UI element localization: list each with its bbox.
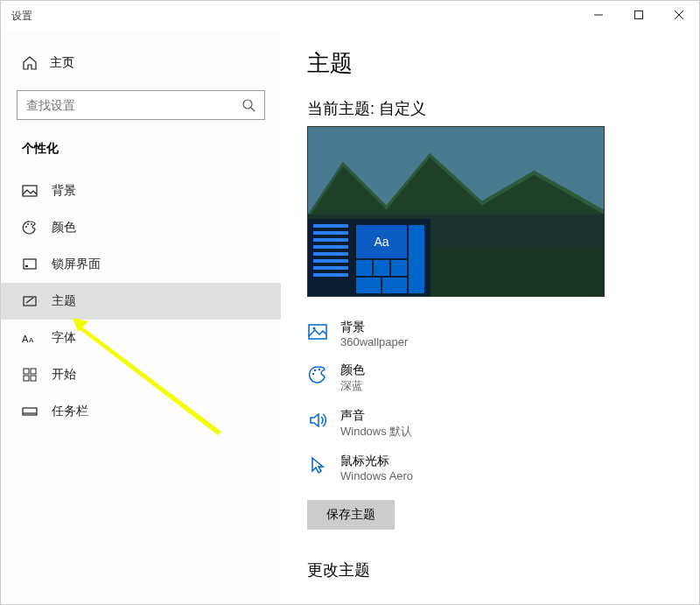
svg-point-28 xyxy=(312,373,314,375)
search-box[interactable] xyxy=(17,90,265,120)
palette-icon xyxy=(307,364,328,385)
card-value: Windows Aero xyxy=(340,469,413,482)
theme-sound-card[interactable]: 声音 Windows 默认 xyxy=(307,401,682,447)
cursor-icon xyxy=(307,455,328,476)
svg-rect-11 xyxy=(25,265,28,267)
sidebar-item-label: 主题 xyxy=(52,293,76,309)
sidebar-item-lockscreen[interactable]: 锁屏界面 xyxy=(1,246,281,283)
svg-rect-12 xyxy=(24,297,36,306)
palette-icon xyxy=(22,220,38,236)
close-button[interactable] xyxy=(659,1,699,29)
sidebar-item-taskbar[interactable]: 任务栏 xyxy=(1,393,281,430)
window-title: 设置 xyxy=(11,9,32,24)
svg-point-9 xyxy=(31,223,32,225)
svg-rect-16 xyxy=(31,369,36,374)
start-icon xyxy=(22,367,38,383)
theme-icon xyxy=(22,293,38,309)
section-title: 个性化 xyxy=(1,136,281,172)
sidebar-item-label: 任务栏 xyxy=(52,404,88,419)
card-value: 深蓝 xyxy=(340,378,365,394)
page-title: 主题 xyxy=(307,48,682,79)
font-icon: AA xyxy=(22,330,38,346)
svg-point-27 xyxy=(313,327,316,330)
preview-sample-text: Aa xyxy=(355,224,408,259)
current-theme-label: 当前主题: 自定义 xyxy=(307,98,682,119)
card-value: Windows 默认 xyxy=(340,424,412,440)
sidebar-item-label: 颜色 xyxy=(52,220,76,236)
svg-line-5 xyxy=(251,108,255,111)
svg-text:A: A xyxy=(29,336,34,344)
sidebar-item-font[interactable]: AA 字体 xyxy=(1,320,281,356)
card-label: 鼠标光标 xyxy=(340,454,413,469)
sound-icon xyxy=(307,410,328,431)
svg-rect-15 xyxy=(24,369,29,374)
image-icon xyxy=(22,183,38,199)
home-button[interactable]: 主页 xyxy=(1,48,281,78)
sidebar-item-label: 锁屏界面 xyxy=(52,257,101,272)
sidebar-item-start[interactable]: 开始 xyxy=(1,356,281,393)
sidebar-item-background[interactable]: 背景 xyxy=(1,172,281,209)
svg-point-8 xyxy=(27,223,29,225)
theme-cursor-card[interactable]: 鼠标光标 Windows Aero xyxy=(307,447,682,489)
search-input[interactable] xyxy=(26,98,242,112)
card-label: 背景 xyxy=(340,320,408,335)
svg-point-30 xyxy=(318,369,320,370)
lockscreen-icon xyxy=(22,257,38,272)
home-label: 主页 xyxy=(50,55,74,71)
taskbar-icon xyxy=(22,404,38,419)
sidebar-item-color[interactable]: 颜色 xyxy=(1,209,281,246)
svg-rect-18 xyxy=(31,376,36,381)
card-value: 360wallpaper xyxy=(340,335,408,348)
card-label: 声音 xyxy=(340,408,412,424)
theme-preview: Aa xyxy=(307,126,605,297)
svg-point-7 xyxy=(25,226,27,228)
svg-point-4 xyxy=(243,100,252,109)
minimize-button[interactable] xyxy=(578,1,619,29)
theme-color-card[interactable]: 颜色 深蓝 xyxy=(307,355,682,401)
sidebar-item-label: 背景 xyxy=(52,183,76,199)
svg-rect-1 xyxy=(635,11,643,19)
svg-point-29 xyxy=(314,369,316,371)
svg-rect-6 xyxy=(23,186,37,196)
maximize-button[interactable] xyxy=(619,1,659,29)
image-icon xyxy=(307,321,328,342)
sidebar-item-label: 字体 xyxy=(52,330,76,346)
sidebar-item-label: 开始 xyxy=(52,367,76,383)
save-theme-button[interactable]: 保存主题 xyxy=(307,500,395,530)
change-theme-heading: 更改主题 xyxy=(307,559,682,580)
card-label: 颜色 xyxy=(340,362,365,378)
svg-rect-19 xyxy=(23,408,37,415)
search-icon xyxy=(242,98,256,112)
home-icon xyxy=(22,55,38,71)
svg-rect-17 xyxy=(24,376,29,381)
theme-background-card[interactable]: 背景 360wallpaper xyxy=(307,313,682,355)
svg-rect-10 xyxy=(24,259,36,269)
sidebar-item-theme[interactable]: 主题 xyxy=(1,283,281,320)
svg-text:A: A xyxy=(22,334,29,344)
